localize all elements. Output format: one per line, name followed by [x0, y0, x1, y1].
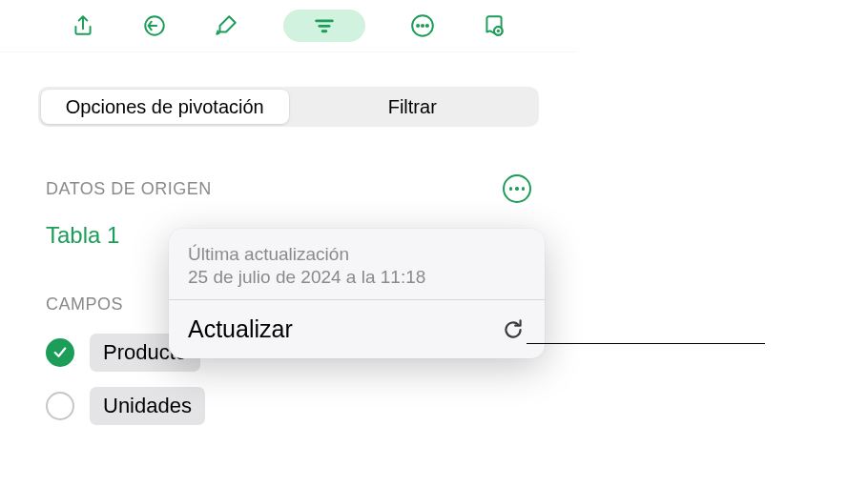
field-checkbox[interactable]: [46, 392, 74, 420]
activity-icon[interactable]: [480, 11, 508, 40]
svg-rect-2: [318, 25, 330, 28]
toolbar: [0, 0, 577, 52]
callout-line: [527, 343, 765, 344]
field-chip[interactable]: Unidades: [90, 387, 205, 425]
source-more-button[interactable]: [503, 174, 531, 203]
refresh-popover: Última actualización 25 de julio de 2024…: [169, 229, 545, 358]
brush-icon[interactable]: [212, 11, 240, 40]
filter-lines-icon: [310, 11, 339, 40]
tab-pivot-options[interactable]: Opciones de pivotación: [41, 90, 289, 124]
source-data-title: DATOS DE ORIGEN: [46, 179, 212, 199]
refresh-icon: [501, 317, 526, 342]
source-data-header: DATOS DE ORIGEN: [46, 174, 531, 203]
field-checkbox[interactable]: [46, 338, 74, 367]
last-update-value: 25 de julio de 2024 a la 11:18: [188, 267, 526, 288]
filter-toolbar-button[interactable]: [283, 10, 365, 42]
tab-filter[interactable]: Filtrar: [289, 90, 537, 124]
svg-point-6: [422, 25, 424, 27]
svg-rect-3: [321, 30, 328, 32]
refresh-label: Actualizar: [188, 315, 293, 343]
undo-icon[interactable]: [140, 11, 169, 40]
refresh-row[interactable]: Actualizar: [169, 300, 545, 358]
tabs-segmented: Opciones de pivotación Filtrar: [38, 87, 539, 127]
svg-point-7: [426, 25, 428, 27]
last-update-label: Última actualización: [188, 244, 526, 265]
field-row: Unidades: [46, 387, 539, 425]
more-icon[interactable]: [408, 11, 437, 40]
svg-rect-1: [315, 20, 334, 23]
svg-point-5: [417, 25, 419, 27]
share-icon[interactable]: [69, 11, 97, 40]
svg-point-10: [496, 30, 499, 32]
